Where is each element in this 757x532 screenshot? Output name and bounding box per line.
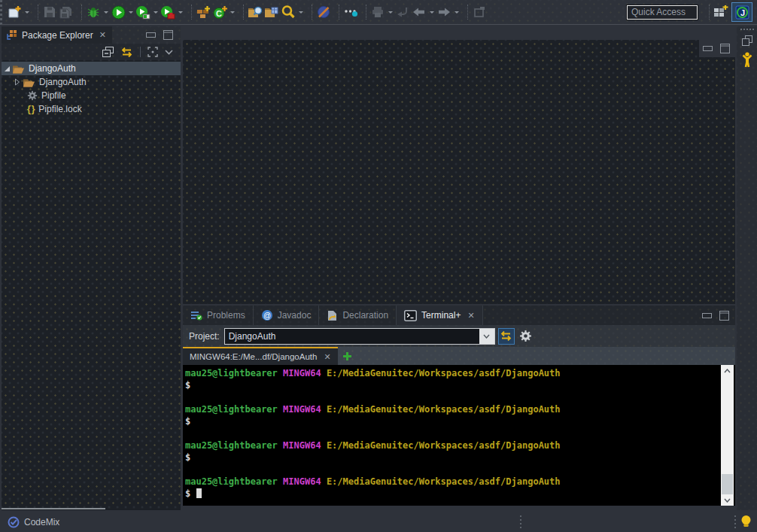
terminal-tabstrip: MINGW64:E:/Me...df/DjangoAuth ✕ bbox=[183, 347, 735, 365]
tree-item-pipfile[interactable]: Pipfile bbox=[2, 89, 181, 102]
open-resource-button[interactable] bbox=[263, 3, 280, 21]
terminal-settings-button[interactable] bbox=[518, 328, 534, 345]
java-perspective-button[interactable]: J bbox=[731, 2, 752, 22]
expand-arrow-icon[interactable] bbox=[2, 65, 12, 72]
new-class-dropdown[interactable] bbox=[228, 3, 236, 21]
terminal-output[interactable]: mau25@lightbearer MINGW64 E:/MediaGenuit… bbox=[183, 365, 735, 506]
project-select[interactable]: DjangoAuth bbox=[224, 328, 495, 345]
minimize-icon[interactable] bbox=[703, 46, 713, 51]
status-separator-dots bbox=[734, 515, 736, 528]
restore-icon[interactable] bbox=[742, 35, 752, 46]
tab-terminal[interactable]: Terminal+ ✕ bbox=[397, 306, 483, 325]
run-button[interactable] bbox=[110, 3, 126, 21]
debug-button[interactable] bbox=[85, 3, 102, 21]
forward-button[interactable] bbox=[436, 3, 452, 21]
terminal-line: mau25@lightbearer MINGW64 E:/MediaGenuit… bbox=[185, 476, 720, 488]
save-all-button[interactable] bbox=[58, 3, 74, 21]
svg-text:@: @ bbox=[263, 312, 271, 320]
terminal-line: mau25@lightbearer MINGW64 E:/MediaGenuit… bbox=[185, 367, 720, 379]
quick-access-input[interactable] bbox=[627, 5, 698, 20]
package-explorer-tabbar: Package Explorer ✕ bbox=[2, 26, 181, 44]
new-wizard-button[interactable] bbox=[6, 3, 23, 21]
tree-item-djangoauth-child[interactable]: DjangoAuth bbox=[2, 75, 181, 89]
maximize-icon[interactable] bbox=[720, 44, 730, 53]
project-label: Project: bbox=[189, 331, 220, 342]
pin-editor-button[interactable] bbox=[471, 3, 488, 21]
save-button[interactable] bbox=[41, 3, 58, 21]
view-toolbar bbox=[2, 44, 181, 60]
close-icon[interactable]: ✕ bbox=[99, 30, 106, 40]
link-with-editor-icon[interactable] bbox=[120, 47, 133, 57]
focus-icon[interactable] bbox=[147, 47, 158, 57]
drag-handle[interactable] bbox=[737, 26, 757, 30]
tab-problems[interactable]: Problems bbox=[183, 306, 254, 325]
collapse-all-icon[interactable] bbox=[102, 47, 114, 57]
terminal-icon bbox=[404, 310, 417, 321]
package-explorer-icon bbox=[6, 29, 18, 41]
coverage-dropdown[interactable] bbox=[151, 3, 160, 21]
tree-item-pipfile-lock[interactable]: { } Pipfile.lock bbox=[2, 102, 181, 116]
scrollbar-thumb[interactable] bbox=[722, 474, 733, 494]
maximize-icon[interactable] bbox=[163, 30, 173, 40]
tree-item-djangoauth[interactable]: DjangoAuth bbox=[2, 62, 181, 75]
terminal-line: mau25@lightbearer MINGW64 E:/MediaGenuit… bbox=[185, 439, 720, 451]
link-terminal-button[interactable] bbox=[498, 328, 515, 345]
declaration-icon bbox=[327, 310, 338, 321]
javadoc-icon: @ bbox=[261, 309, 273, 321]
codemix-dots-button[interactable] bbox=[342, 3, 359, 21]
back-dropdown[interactable] bbox=[427, 3, 436, 21]
open-type-button[interactable] bbox=[247, 3, 263, 21]
coverage-button[interactable] bbox=[135, 3, 151, 21]
terminal-cursor bbox=[196, 488, 202, 498]
tab-label: Package Explorer bbox=[22, 30, 93, 41]
package-explorer-view: Package Explorer ✕ DjangoAuth DjangoAuth… bbox=[2, 26, 181, 510]
minimized-view-bar bbox=[737, 26, 757, 510]
main-toolbar: C J bbox=[0, 0, 757, 25]
maximize-icon[interactable] bbox=[719, 311, 729, 321]
print-dropdown[interactable] bbox=[386, 3, 394, 21]
horizontal-scrollbar[interactable] bbox=[2, 508, 105, 509]
minimize-icon[interactable] bbox=[146, 32, 156, 38]
tab-package-explorer[interactable]: Package Explorer ✕ bbox=[2, 26, 112, 44]
new-java-project-button[interactable] bbox=[195, 3, 211, 21]
forward-dropdown[interactable] bbox=[452, 3, 461, 21]
new-wizard-dropdown[interactable] bbox=[23, 3, 31, 21]
tab-javadoc[interactable]: @ Javadoc bbox=[254, 306, 320, 325]
view-menu-icon[interactable] bbox=[165, 50, 173, 55]
web-browser-button[interactable] bbox=[315, 3, 332, 21]
svg-text:J: J bbox=[740, 8, 744, 17]
open-perspective-button[interactable] bbox=[713, 3, 729, 21]
lightbulb-icon[interactable] bbox=[740, 515, 752, 529]
new-class-button[interactable]: C bbox=[211, 3, 228, 21]
print-button[interactable] bbox=[369, 3, 386, 21]
scroll-up-icon[interactable] bbox=[721, 365, 734, 376]
profile-dropdown[interactable] bbox=[176, 3, 184, 21]
folder-open-icon bbox=[23, 78, 35, 87]
status-bar: CodeMix bbox=[0, 512, 757, 532]
terminal-session-tab[interactable]: MINGW64:E:/Me...df/DjangoAuth ✕ bbox=[183, 347, 338, 365]
close-icon[interactable]: ✕ bbox=[467, 311, 474, 321]
scroll-down-icon[interactable] bbox=[721, 494, 734, 506]
terminal-line: mau25@lightbearer MINGW64 E:/MediaGenuit… bbox=[185, 403, 720, 415]
person-icon[interactable] bbox=[741, 52, 753, 68]
back-button[interactable] bbox=[411, 3, 427, 21]
debug-dropdown[interactable] bbox=[102, 3, 110, 21]
braces-icon: { } bbox=[27, 104, 35, 114]
profile-button[interactable] bbox=[160, 3, 176, 21]
terminal-line: $ bbox=[185, 488, 720, 500]
search-button[interactable] bbox=[280, 3, 296, 21]
tab-declaration[interactable]: Declaration bbox=[319, 306, 397, 325]
codemix-status[interactable]: CodeMix bbox=[0, 516, 59, 528]
svg-text:C: C bbox=[216, 8, 222, 17]
run-dropdown[interactable] bbox=[126, 3, 135, 21]
combo-dropdown-icon[interactable] bbox=[479, 329, 494, 344]
close-icon[interactable]: ✕ bbox=[324, 352, 330, 362]
new-terminal-button[interactable] bbox=[338, 347, 357, 365]
codemix-icon bbox=[8, 516, 20, 528]
minimize-icon[interactable] bbox=[702, 313, 712, 318]
last-edit-location-button[interactable] bbox=[394, 3, 411, 21]
terminal-scrollbar[interactable] bbox=[721, 365, 734, 506]
collapsed-arrow-icon[interactable] bbox=[12, 78, 23, 86]
search-dropdown[interactable] bbox=[296, 3, 305, 21]
problems-icon bbox=[190, 310, 202, 321]
